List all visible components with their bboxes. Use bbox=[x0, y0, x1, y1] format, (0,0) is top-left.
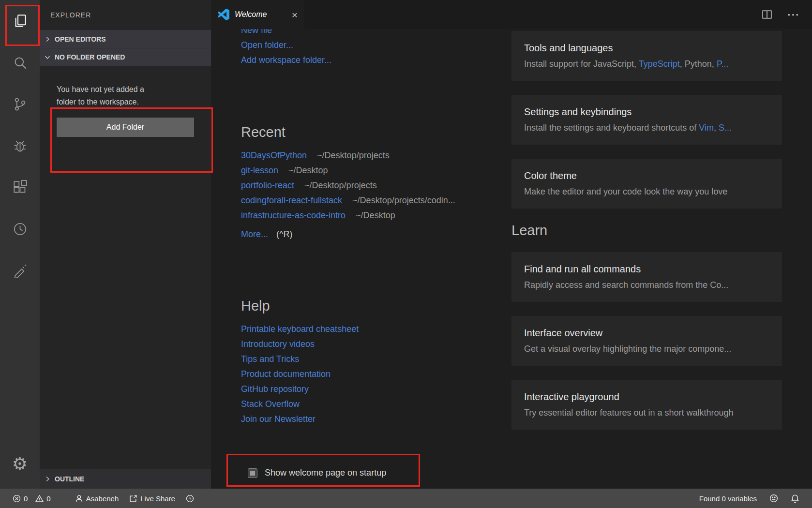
sidebar-title: EXPLORER bbox=[40, 0, 211, 30]
card-desc: Get a visual overlay highlighting the ma… bbox=[524, 344, 769, 354]
startup-row: Show welcome page on startup bbox=[241, 468, 481, 478]
card-desc: Install support for JavaScript, TypeScri… bbox=[524, 59, 769, 69]
debug-icon[interactable] bbox=[0, 125, 40, 166]
help-link-tips-tricks[interactable]: Tips and Tricks bbox=[241, 354, 299, 364]
tab-label: Welcome bbox=[235, 10, 267, 19]
help-heading: Help bbox=[241, 298, 481, 314]
recent-item-path: ~/Desktop/projects bbox=[317, 150, 390, 160]
error-count: 0 bbox=[24, 494, 28, 503]
clock-icon[interactable] bbox=[0, 208, 40, 250]
vscode-window: ⚙ EXPLORER OPEN EDITORS NO FOLDER OPENED… bbox=[0, 0, 812, 508]
notifications-bell-icon[interactable] bbox=[791, 494, 799, 503]
desc-text: Install the settings and keyboard shortc… bbox=[524, 123, 699, 133]
recent-item-link[interactable]: git-lesson bbox=[241, 165, 278, 175]
recent-item-path: ~/Desktop bbox=[288, 165, 328, 175]
recent-item: git-lesson ~/Desktop bbox=[241, 163, 481, 178]
no-folder-label: NO FOLDER OPENED bbox=[55, 53, 125, 61]
card-title: Settings and keybindings bbox=[524, 106, 769, 118]
tabbar-actions: ⋯ bbox=[762, 0, 812, 29]
live-share-status[interactable]: Live Share bbox=[129, 494, 175, 503]
help-link-newsletter[interactable]: Join our Newsletter bbox=[241, 414, 316, 424]
card-title: Interactive playground bbox=[524, 391, 769, 403]
chevron-down-icon bbox=[44, 53, 51, 61]
sublime-link[interactable]: S... bbox=[719, 123, 732, 133]
status-left: 0 0 Asabeneh Live Share bbox=[13, 494, 194, 503]
status-bar: 0 0 Asabeneh Live Share bbox=[0, 489, 812, 508]
typescript-link[interactable]: TypeScript bbox=[639, 59, 680, 69]
card-title: Color theme bbox=[524, 170, 769, 181]
source-control-icon[interactable] bbox=[0, 83, 40, 125]
card-interface-overview[interactable]: Interface overview Get a visual overlay … bbox=[511, 316, 782, 366]
files-explorer-icon[interactable] bbox=[0, 0, 40, 42]
card-tools-and-languages[interactable]: Tools and languages Install support for … bbox=[511, 31, 782, 81]
recent-item-link[interactable]: infrastructure-as-code-intro bbox=[241, 210, 346, 220]
recent-item-path: ~/Desktop bbox=[356, 210, 395, 220]
pen-icon[interactable] bbox=[0, 250, 40, 291]
show-welcome-checkbox[interactable] bbox=[248, 468, 257, 478]
more-link[interactable]: More... bbox=[241, 229, 268, 239]
recent-item-link[interactable]: codingforall-react-fullstack bbox=[241, 195, 342, 205]
card-desc: Install the settings and keyboard shortc… bbox=[524, 123, 769, 133]
help-link-github-repo[interactable]: GitHub repository bbox=[241, 384, 309, 394]
clock-status[interactable] bbox=[186, 494, 194, 503]
new-file-link[interactable]: New file bbox=[241, 29, 481, 38]
split-editor-icon[interactable] bbox=[762, 9, 772, 20]
add-folder-button[interactable]: Add Folder bbox=[57, 118, 194, 137]
card-color-theme[interactable]: Color theme Make the editor and your cod… bbox=[511, 159, 782, 209]
clock-icon bbox=[186, 494, 194, 503]
outline-section[interactable]: OUTLINE bbox=[40, 469, 211, 489]
desc-text: , Python, bbox=[680, 59, 717, 69]
card-settings-and-keybindings[interactable]: Settings and keybindings Install the set… bbox=[511, 95, 782, 145]
problems-indicator[interactable]: 0 0 bbox=[13, 494, 51, 503]
open-folder-link[interactable]: Open folder... bbox=[241, 38, 481, 53]
editor-group: Welcome × ⋯ New file Open folder... Add … bbox=[211, 0, 812, 489]
main-area: ⚙ EXPLORER OPEN EDITORS NO FOLDER OPENED… bbox=[0, 0, 812, 489]
search-icon[interactable] bbox=[0, 42, 40, 83]
outline-label: OUTLINE bbox=[55, 475, 84, 483]
tab-bar: Welcome × ⋯ bbox=[211, 0, 812, 29]
open-editors-section[interactable]: OPEN EDITORS bbox=[40, 30, 211, 48]
status-right: Found 0 variables bbox=[699, 494, 799, 503]
feedback-smiley-icon[interactable] bbox=[769, 494, 778, 503]
help-link-cheatsheet[interactable]: Printable keyboard cheatsheet bbox=[241, 324, 359, 334]
card-interactive-playground[interactable]: Interactive playground Try essential edi… bbox=[511, 380, 782, 430]
account-name: Asabeneh bbox=[86, 494, 119, 503]
open-editors-label: OPEN EDITORS bbox=[55, 35, 106, 43]
live-share-label: Live Share bbox=[140, 494, 175, 503]
recent-item-link[interactable]: 30DaysOfPython bbox=[241, 150, 307, 160]
card-title: Tools and languages bbox=[524, 43, 769, 54]
php-link[interactable]: P... bbox=[717, 59, 729, 69]
more-actions-icon[interactable]: ⋯ bbox=[787, 8, 799, 21]
desc-text: Install support for JavaScript, bbox=[524, 59, 639, 69]
welcome-page: New file Open folder... Add workspace fo… bbox=[211, 29, 812, 489]
empty-message-line1: You have not yet added a bbox=[57, 83, 194, 96]
show-welcome-label: Show welcome page on startup bbox=[265, 468, 386, 478]
chevron-right-icon bbox=[44, 35, 51, 43]
card-find-run-commands[interactable]: Find and run all commands Rapidly access… bbox=[511, 252, 782, 302]
help-link-intro-videos[interactable]: Introductory videos bbox=[241, 339, 315, 349]
help-link-product-docs[interactable]: Product documentation bbox=[241, 369, 331, 379]
account-status[interactable]: Asabeneh bbox=[75, 494, 119, 503]
tab-close-icon[interactable]: × bbox=[292, 10, 298, 20]
add-workspace-folder-link[interactable]: Add workspace folder... bbox=[241, 53, 481, 68]
settings-gear-icon[interactable]: ⚙ bbox=[12, 447, 28, 481]
tab-welcome[interactable]: Welcome × bbox=[211, 0, 304, 29]
card-desc: Try essential editor features out in a s… bbox=[524, 408, 769, 418]
empty-message-line2: folder to the workspace. bbox=[57, 96, 194, 108]
card-desc: Make the editor and your code look the w… bbox=[524, 187, 769, 197]
warning-count: 0 bbox=[46, 494, 50, 503]
recent-item: infrastructure-as-code-intro ~/Desktop bbox=[241, 208, 481, 223]
live-share-icon bbox=[129, 494, 137, 503]
recent-more-row: More... (^R) bbox=[241, 227, 481, 242]
help-link-stack-overflow[interactable]: Stack Overflow bbox=[241, 399, 300, 409]
card-title: Interface overview bbox=[524, 328, 769, 339]
recent-item-link[interactable]: portfolio-react bbox=[241, 180, 294, 190]
recent-list: 30DaysOfPython ~/Desktop/projects git-le… bbox=[241, 148, 481, 223]
recent-item: 30DaysOfPython ~/Desktop/projects bbox=[241, 148, 481, 163]
extensions-icon[interactable] bbox=[0, 166, 40, 208]
welcome-left-column: New file Open folder... Add workspace fo… bbox=[241, 29, 481, 489]
vim-link[interactable]: Vim bbox=[699, 123, 714, 133]
recent-heading: Recent bbox=[241, 124, 481, 140]
recent-item-path: ~/Desktop/projects/codin... bbox=[352, 195, 455, 205]
no-folder-section[interactable]: NO FOLDER OPENED bbox=[40, 48, 211, 66]
